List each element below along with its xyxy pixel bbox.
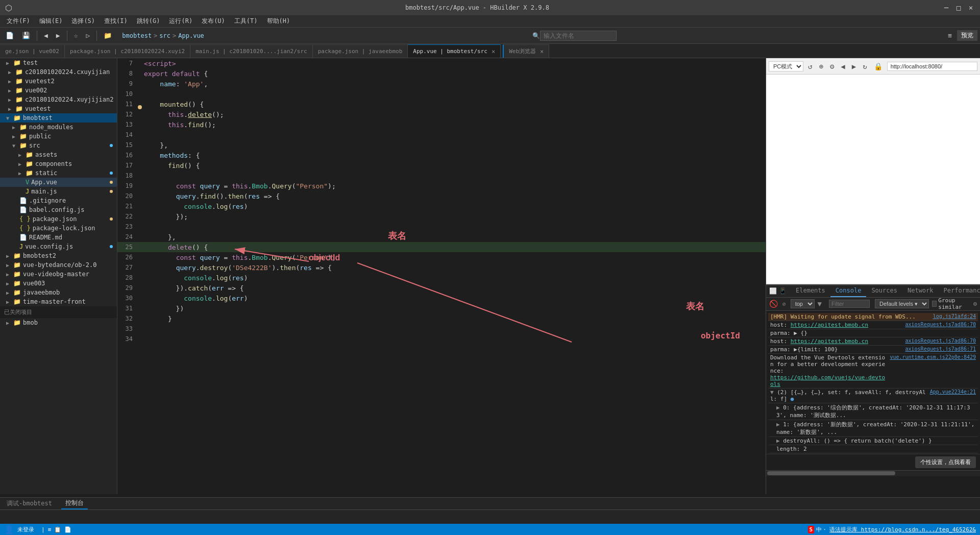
menu-goto[interactable]: 跳转(G) (133, 16, 164, 27)
tab-package-json2[interactable]: package.json | javaeebmob (313, 44, 408, 58)
scrollbar-thumb[interactable] (767, 471, 895, 475)
menu-edit[interactable]: 编辑(E) (35, 16, 67, 27)
group-similar-checkbox[interactable] (932, 301, 937, 307)
tab-ge-json[interactable]: ge.json | vue002 (0, 44, 65, 58)
sidebar-item-vue-config[interactable]: J vue.config.js (0, 242, 117, 251)
sidebar-item-javaeebmob[interactable]: ▶ 📁 javaeebmob (0, 288, 117, 297)
devtools-inspect-icon[interactable]: ⬜ (769, 287, 777, 295)
tab-performance[interactable]: Performance (939, 285, 980, 297)
menu-file[interactable]: 文件(F) (3, 16, 34, 27)
breadcrumb-part3[interactable]: App.vue (178, 32, 204, 39)
menu-select[interactable]: 选择(S) (67, 16, 99, 27)
console-source[interactable]: axiosRequest.js7ad86:70 (905, 322, 976, 327)
sidebar-item-public[interactable]: ▶ 📁 public (0, 132, 117, 141)
sidebar-item-bmob[interactable]: ▶ 📁 bmob (0, 318, 117, 327)
tab-web-browser[interactable]: Web浏览器 × (503, 44, 549, 58)
console-source[interactable]: App.vue2234e:21 (930, 389, 976, 395)
sidebar-item-vuetest2[interactable]: ▶ 📁 vuetest2 (0, 77, 117, 86)
sidebar-item-node-modules[interactable]: ▶ 📁 node_modules (0, 123, 117, 132)
menu-tools[interactable]: 工具(T) (230, 16, 262, 27)
code-editor[interactable]: 7 <script> 8 export default { 9 name: 'A… (117, 58, 766, 494)
tab-network[interactable]: Network (902, 285, 939, 297)
sidebar-item-readme[interactable]: 📄 README.md (0, 233, 117, 242)
tab-package-json[interactable]: package.json | c201801020224.xuyi2 (65, 44, 190, 58)
menu-run[interactable]: 运行(R) (165, 16, 197, 27)
frame-select[interactable]: top (791, 299, 815, 308)
toolbar-icon3[interactable]: 📄 (64, 526, 71, 533)
console-settings-icon[interactable]: ⚙ (973, 300, 977, 307)
forward-button[interactable]: ▶ (53, 31, 63, 40)
browser-devtools-icon[interactable]: ⚙ (828, 61, 836, 71)
sidebar-item-babel[interactable]: 📄 babel.config.js (0, 205, 117, 214)
log-levels-select[interactable]: Default levels ▾ (875, 299, 929, 308)
preview-button[interactable]: 预览 (957, 30, 977, 41)
tab-console-bottom[interactable]: 控制台 (61, 498, 88, 509)
back-button[interactable]: ◀ (41, 31, 51, 40)
menu-help[interactable]: 帮助(H) (263, 16, 295, 27)
browser-mode-select[interactable]: PC模式 (769, 61, 803, 71)
menu-find[interactable]: 查找(I) (100, 16, 132, 27)
toolbar-icon1[interactable]: ≡ (48, 526, 52, 533)
run-button[interactable]: ▷ (83, 31, 93, 40)
sidebar-item-main-js[interactable]: J main.js (0, 187, 117, 196)
browser-tab-close[interactable]: × (540, 48, 544, 55)
sidebar-item-gitignore[interactable]: 📄 .gitignore (0, 196, 117, 205)
console-source[interactable]: axiosRequest.js7ad86:71 (905, 346, 976, 352)
sidebar-item-c201-2[interactable]: ▶ 📁 c201801020224.xuyjijian2 (0, 95, 117, 104)
preserve-log-icon[interactable]: ⊘ (781, 300, 788, 308)
sidebar-item-bmobtest2[interactable]: ▶ 📁 bmobtest2 (0, 251, 117, 260)
breadcrumb-part1[interactable]: bmobtest (122, 32, 152, 39)
menu-publish[interactable]: 发布(U) (198, 16, 229, 27)
console-source[interactable]: axiosRequest.js7ad86:70 (905, 338, 976, 344)
sidebar-item-time-master[interactable]: ▶ 📁 time-master-front (0, 297, 117, 306)
console-source[interactable]: log.js71afd:24 (933, 313, 976, 319)
sidebar-item-vue-bytedance[interactable]: ▶ 📁 vue-bytedance/ob-2.0 (0, 260, 117, 270)
tab-elements[interactable]: Elements (791, 285, 830, 297)
filter-button[interactable]: ≡ (945, 31, 955, 40)
sidebar-item-package-json[interactable]: { } package.json (0, 214, 117, 224)
clear-console-icon[interactable]: 🚫 (769, 300, 778, 308)
maximize-button[interactable]: □ (954, 4, 963, 12)
tab-sources[interactable]: Sources (866, 285, 902, 297)
sidebar-item-c201[interactable]: ▶ 📁 c201801020224.cxuyijian (0, 67, 117, 77)
minimize-button[interactable]: ─ (942, 4, 950, 12)
browser-forward-icon[interactable]: ▶ (850, 61, 858, 71)
file-search-input[interactable] (540, 31, 617, 41)
browser-back-icon[interactable]: ◀ (839, 61, 847, 71)
tab-app-vue[interactable]: App.vue | bmobtest/src × (408, 44, 501, 58)
sidebar-item-vue002[interactable]: ▶ 📁 vue002 (0, 86, 117, 95)
close-button[interactable]: × (967, 4, 975, 12)
sidebar-item-assets[interactable]: ▶ 📁 assets (0, 150, 117, 159)
console-filter-input[interactable] (829, 300, 870, 308)
sidebar-item-app-vue[interactable]: V App.vue (0, 178, 117, 187)
bookmark-button[interactable]: ☆ (71, 31, 81, 40)
sidebar-item-src[interactable]: ▼ 📁 src (0, 141, 117, 150)
devtools-link[interactable]: https://github.com/vuejs/vue-devtools (770, 374, 885, 387)
tab-main-js[interactable]: main.js | c201801020....jian2/src (190, 44, 313, 58)
browser-reload-icon[interactable]: ↻ (861, 61, 869, 71)
folder-button[interactable]: 📁 (101, 31, 115, 40)
browser-refresh-icon[interactable]: ↺ (806, 61, 814, 71)
sidebar-item-vue-videobg[interactable]: ▶ 📁 vue-videobg-master (0, 270, 117, 279)
sidebar-item-package-lock[interactable]: { } package-lock.json (0, 224, 117, 233)
sidebar-item-components[interactable]: ▶ 📁 components (0, 159, 117, 168)
host-link[interactable]: https://apitest.bmob.cn (791, 322, 868, 328)
browser-home-icon[interactable]: ⊕ (817, 61, 825, 71)
save-button[interactable]: 💾 (19, 31, 33, 40)
group-similar-label[interactable]: Group similar (932, 297, 970, 310)
sidebar-item-bmobtest[interactable]: ▼ 📁 bmobtest (0, 113, 117, 123)
sidebar-item-vue003[interactable]: ▶ 📁 vue003 (0, 279, 117, 288)
host-link2[interactable]: https://apitest.bmob.cn (791, 338, 868, 345)
horizontal-scrollbar[interactable] (766, 470, 980, 476)
tab-console[interactable]: Console (830, 285, 867, 297)
browser-url-input[interactable] (887, 62, 977, 71)
breadcrumb-part2[interactable]: src (159, 32, 170, 39)
personal-settings-button[interactable]: 个性设置，点我看看 (915, 456, 976, 468)
sidebar-item-vuetest[interactable]: ▶ 📁 vuetest (0, 104, 117, 113)
sidebar-item-static[interactable]: ▶ 📁 static (0, 168, 117, 178)
tab-debug[interactable]: 调试-bmobtest (3, 498, 56, 509)
toolbar-icon2[interactable]: 📋 (54, 526, 61, 533)
sidebar-item-test[interactable]: ▶ 📁 test (0, 58, 117, 67)
tab-close-icon[interactable]: × (492, 48, 495, 55)
devtools-phone-icon[interactable]: 📱 (779, 287, 787, 295)
